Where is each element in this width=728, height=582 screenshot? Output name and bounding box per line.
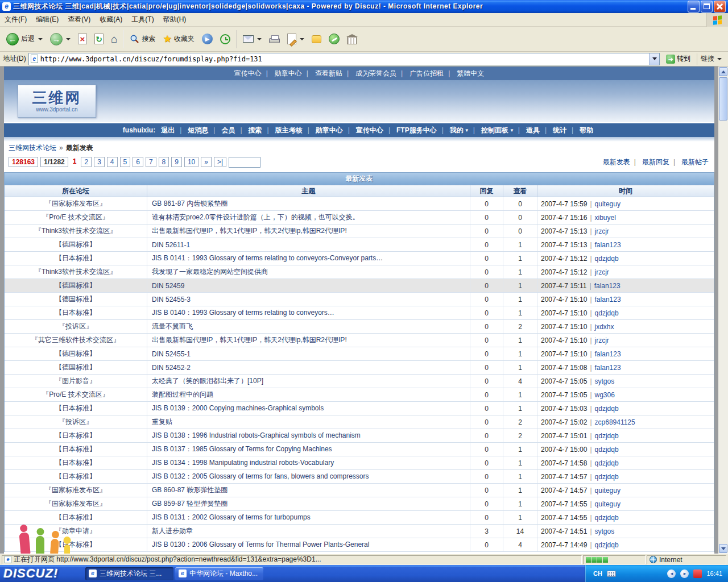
view-link[interactable]: 最新回复 (641, 157, 680, 167)
forum-link[interactable]: 『投诉区』 (59, 417, 93, 427)
forum-link[interactable]: 【德国标准】 (55, 294, 96, 304)
top-nav-link[interactable]: 成为荣誉会员 (354, 69, 408, 78)
menu-item[interactable]: 工具(T) (127, 13, 158, 26)
author-link[interactable]: qdzjdqb (595, 309, 619, 317)
tray-app-icon[interactable] (693, 569, 702, 578)
forum-link[interactable]: 【德国标准】 (55, 240, 96, 250)
forum-link[interactable]: 【日本标准】 (55, 458, 96, 468)
minimize-button[interactable] (688, 1, 700, 13)
back-button[interactable]: ← 后退 (3, 28, 46, 50)
author-link[interactable]: falan123 (595, 350, 621, 358)
author-link[interactable]: quiteguy (595, 200, 621, 208)
taskbar-window-button[interactable]: e 中华网论坛 - Maxtho... (175, 567, 263, 580)
author-link[interactable]: quiteguy (595, 487, 621, 494)
author-link[interactable]: wg306 (595, 391, 615, 399)
topic-link[interactable]: DIN 52452-2 (152, 364, 191, 372)
topic-link[interactable]: 谁有林清安proe2.0零件设计进阶篇（上，下）的视频，也可以交换。 (152, 213, 359, 222)
author-link[interactable]: qdzjdqb (595, 514, 619, 522)
forum-link[interactable]: 【日本标准】 (55, 444, 96, 454)
last-page-link[interactable]: >| (214, 157, 226, 167)
back-dropdown-icon[interactable] (38, 38, 43, 40)
topic-link[interactable]: DIN 52455-1 (152, 350, 191, 358)
edit-button[interactable] (284, 28, 308, 50)
forum-link[interactable]: 『Think3软件技术交流区』 (35, 267, 117, 277)
topic-link[interactable]: JIS B 0137：1985 Glossary of Terms for Co… (152, 444, 332, 454)
page-link[interactable]: 3 (94, 157, 105, 167)
page-link[interactable]: 1 (71, 157, 79, 167)
author-link[interactable]: qdzjdqb (595, 459, 619, 467)
user-nav-link[interactable]: 帮助 (578, 126, 595, 135)
scrollbar-thumb[interactable] (719, 77, 727, 120)
author-link[interactable]: qdzjdqb (595, 473, 619, 481)
page-jump-input[interactable] (229, 157, 260, 168)
topic-link[interactable]: 流量不翼而飞 (152, 322, 193, 331)
topic-link[interactable]: JIS B 0131：2002 Glossary of terms for tu… (152, 513, 311, 522)
print-button[interactable] (266, 28, 283, 50)
topic-link[interactable]: 装配图过程中的问题 (152, 390, 213, 400)
search-button[interactable]: 搜索 (126, 28, 159, 50)
user-nav-link[interactable]: 版主考核 (274, 126, 315, 135)
topic-link[interactable]: 我发现了一家最稳定的网站空间提供商 (152, 267, 268, 277)
topic-link[interactable]: DIN 52455-3 (152, 296, 191, 304)
author-link[interactable]: qdzjdqb (595, 255, 619, 263)
research-button[interactable] (344, 28, 360, 50)
menu-item[interactable]: 帮助(H) (159, 13, 191, 26)
author-link[interactable]: sytgos (595, 377, 615, 385)
top-nav-link[interactable]: 勋章中心 (274, 69, 314, 78)
author-link[interactable]: zcp68941125 (595, 418, 635, 426)
topic-link[interactable]: 出售最新韩国代理IP，韩天1代理IP，韩天2代理ip,韩国R2代理IP! (152, 226, 347, 236)
forum-link[interactable]: 【日本标准】 (55, 431, 96, 440)
forward-dropdown-icon[interactable] (66, 38, 71, 40)
top-nav-link[interactable]: 查看新贴 (314, 69, 354, 78)
forum-link[interactable]: 【日本标准】 (55, 253, 96, 263)
author-link[interactable]: qdzjdqb (595, 541, 619, 549)
topic-link[interactable]: GB 860-87 鞍形弹性垫圈 (152, 485, 228, 495)
page-link[interactable]: 10 (184, 157, 198, 167)
author-link[interactable]: sytgos (595, 527, 615, 535)
page-link[interactable]: 6 (133, 157, 143, 167)
scroll-up-button[interactable] (719, 67, 727, 76)
forum-link[interactable]: 【日本标准】 (55, 404, 96, 413)
history-button[interactable] (217, 28, 234, 50)
forum-link[interactable]: 『国家标准发布区』 (45, 499, 106, 509)
favorites-button[interactable]: ★ 收藏夹 (159, 28, 197, 50)
address-dropdown-button[interactable] (649, 53, 659, 65)
forum-link[interactable]: 『其它三维软件技术交流区』 (31, 335, 120, 345)
breadcrumb-root-link[interactable]: 三维网技术论坛 (9, 143, 56, 153)
topic-link[interactable]: 新人进步勋章 (152, 526, 193, 536)
topic-link[interactable]: DIN 52459 (152, 282, 184, 290)
forum-link[interactable]: 『Think3软件技术交流区』 (35, 226, 117, 236)
next-page-link[interactable]: » (201, 157, 212, 167)
language-indicator[interactable]: CH (593, 570, 602, 577)
forum-link[interactable]: 『国家标准发布区』 (45, 199, 106, 209)
go-button[interactable]: ➜ 转到 (662, 52, 694, 65)
top-nav-link[interactable]: 宣传中心 (233, 69, 274, 78)
author-link[interactable]: jrzcjr (595, 336, 609, 344)
top-nav-link[interactable]: 繁體中文 (456, 69, 485, 78)
topic-link[interactable]: 出售最新韩国代理IP，韩天1代理IP，韩天2代理ip,韩国R2代理IP! (152, 335, 347, 345)
topic-link[interactable]: 重复贴 (152, 417, 172, 427)
forum-link[interactable]: 『投诉区』 (59, 322, 93, 331)
address-input[interactable] (40, 55, 649, 63)
topic-link[interactable]: JIS B 0138：1996 Industrial robots-Graphi… (152, 431, 361, 440)
author-link[interactable]: qdzjdqb (595, 446, 619, 454)
user-nav-link[interactable]: 宣传中心 (355, 126, 395, 135)
user-nav-link[interactable]: 我的▼ (449, 126, 480, 135)
forum-link[interactable]: 『图片影音』 (55, 376, 96, 386)
author-link[interactable]: xibuyel (595, 214, 616, 222)
topic-link[interactable]: JIS B 0140：1993 Glossary of terms relati… (152, 308, 334, 318)
refresh-button[interactable]: ↻ (91, 28, 107, 50)
user-nav-link[interactable]: 退出 (160, 126, 187, 135)
user-nav-link[interactable]: 搜索 (247, 126, 274, 135)
home-button[interactable]: ⌂ (107, 28, 121, 50)
topic-link[interactable]: 太经典了（笑的眼泪都出来了）[10P] (152, 376, 263, 386)
author-link[interactable]: quiteguy (595, 500, 621, 508)
page-link[interactable]: 4 (107, 157, 118, 167)
forum-link[interactable]: 【日本标准】 (55, 540, 96, 550)
vertical-scrollbar[interactable] (718, 66, 728, 554)
author-link[interactable]: falan123 (594, 282, 621, 290)
author-link[interactable]: falan123 (595, 364, 621, 372)
forward-button[interactable]: → (47, 28, 74, 50)
author-link[interactable]: qdzjdqb (595, 405, 619, 413)
topic-link[interactable]: JIS B 0139：2000 Copying machines-Graphic… (152, 404, 324, 413)
